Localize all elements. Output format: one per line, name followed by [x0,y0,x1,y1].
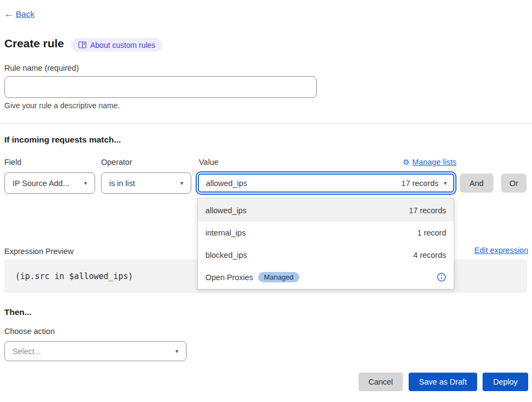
field-label: Field [4,158,21,166]
cancel-button[interactable]: Cancel [359,373,403,391]
list-item-records: 17 records [409,206,446,215]
chevron-down-icon: ▼ [83,181,88,186]
choose-action-label: Choose action [4,327,55,336]
about-custom-rules-badge[interactable]: About custom rules [71,38,162,52]
rule-name-label: Rule name (required) [4,64,79,72]
rule-name-help-text: Give your rule a descriptive name. [4,101,120,110]
list-item-records: 4 records [414,251,446,259]
match-section-heading: If incoming requests match... [4,135,121,145]
section-divider [0,123,532,123]
rule-name-input[interactable] [4,76,317,98]
action-select[interactable]: Select... ▼ [4,341,186,361]
and-button[interactable]: And [460,174,493,193]
then-section-heading: Then... [4,307,32,317]
book-icon [78,41,86,48]
value-select[interactable]: allowed_ips 17 records ▼ [198,174,454,193]
list-item-name: allowed_ips [205,206,247,215]
list-item-open-proxies[interactable]: Open Proxies Managed [198,266,454,288]
back-link[interactable]: ← Back [4,9,34,20]
value-select-records: 17 records [402,179,439,188]
back-arrow-icon: ← [4,9,14,20]
value-dropdown-menu: allowed_ips 17 records internal_ips 1 re… [197,198,454,289]
operator-label: Operator [101,158,132,166]
field-select-value: IP Source Add... [12,179,70,188]
field-select[interactable]: IP Source Add... ▼ [4,172,95,194]
managed-badge: Managed [258,272,299,282]
list-item-allowed-ips[interactable]: allowed_ips 17 records [198,199,454,221]
create-rule-page: ← Back Create rule About custom rules Ru… [0,0,532,402]
about-badge-label: About custom rules [90,41,155,50]
deploy-button[interactable]: Deploy [483,373,528,391]
manage-lists-label[interactable]: Manage lists [412,158,456,166]
chevron-down-icon: ▼ [443,181,448,186]
info-icon[interactable] [437,273,446,282]
operator-select[interactable]: is in list ▼ [101,172,191,194]
action-select-placeholder: Select... [12,347,41,356]
list-item-records: 1 record [417,228,446,237]
value-select-selected: allowed_ips [206,179,247,188]
list-item-blocked-ips[interactable]: blocked_ips 4 records [198,244,454,266]
back-link-label[interactable]: Back [16,9,34,19]
save-as-draft-button[interactable]: Save as Draft [409,373,477,391]
expression-preview-label: Expression Preview [4,247,73,256]
expression-code-text: (ip.src in $allowed_ips) [15,271,133,281]
page-title: Create rule [4,37,64,50]
chevron-down-icon: ▼ [179,181,184,186]
list-item-name: internal_ips [205,228,246,237]
list-item-name: blocked_ips [205,251,247,259]
chevron-down-icon: ▼ [174,349,179,354]
or-button[interactable]: Or [501,174,527,193]
edit-expression-link[interactable]: Edit expression [474,246,528,255]
operator-select-value: is in list [109,179,135,188]
value-label: Value [199,158,218,166]
list-item-name: Open Proxies [205,273,253,282]
manage-lists-link[interactable]: ⚙ Manage lists [403,158,456,166]
list-item-internal-ips[interactable]: internal_ips 1 record [198,221,454,244]
gear-icon: ⚙ [403,158,410,166]
